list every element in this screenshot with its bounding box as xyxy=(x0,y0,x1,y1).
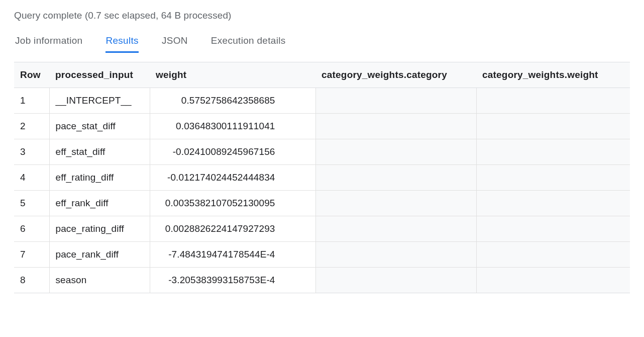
header-category-weight[interactable]: category_weights.weight xyxy=(476,62,630,88)
tab-json[interactable]: JSON xyxy=(162,35,188,53)
cell-category xyxy=(315,268,476,293)
table-row[interactable]: 6pace_rating_diff0.0028826224147927293 xyxy=(14,216,630,242)
cell-category xyxy=(315,88,476,114)
cell-category-weight xyxy=(476,139,630,165)
cell-processed-input: pace_rating_diff xyxy=(49,216,150,242)
cell-processed-input: pace_stat_diff xyxy=(49,114,150,139)
table-header-row: Row processed_input weight category_weig… xyxy=(14,62,630,88)
table-row[interactable]: 7pace_rank_diff-7.484319474178544E-4 xyxy=(14,242,630,268)
cell-weight: -7.484319474178544E-4 xyxy=(150,242,315,268)
cell-category xyxy=(315,242,476,268)
cell-category-weight xyxy=(476,216,630,242)
cell-category xyxy=(315,165,476,191)
cell-processed-input: season xyxy=(49,268,150,293)
cell-category xyxy=(315,216,476,242)
cell-processed-input: eff_rating_diff xyxy=(49,165,150,191)
table-row[interactable]: 2pace_stat_diff0.03648300111911041 xyxy=(14,114,630,139)
cell-weight: -0.02410089245967156 xyxy=(150,139,315,165)
cell-row: 6 xyxy=(14,216,49,242)
query-status: Query complete (0.7 sec elapsed, 64 B pr… xyxy=(14,10,630,21)
header-row[interactable]: Row xyxy=(14,62,49,88)
cell-weight: 0.0028826224147927293 xyxy=(150,216,315,242)
cell-row: 3 xyxy=(14,139,49,165)
cell-weight: 0.5752758642358685 xyxy=(150,88,315,114)
cell-category-weight xyxy=(476,114,630,139)
table-row[interactable]: 3eff_stat_diff-0.02410089245967156 xyxy=(14,139,630,165)
cell-row: 2 xyxy=(14,114,49,139)
cell-weight: -0.012174024452444834 xyxy=(150,165,315,191)
results-table-wrap: Row processed_input weight category_weig… xyxy=(14,62,630,293)
cell-category-weight xyxy=(476,242,630,268)
result-tabs: Job information Results JSON Execution d… xyxy=(14,35,630,53)
table-row[interactable]: 4eff_rating_diff-0.012174024452444834 xyxy=(14,165,630,191)
cell-row: 8 xyxy=(14,268,49,293)
cell-processed-input: eff_stat_diff xyxy=(49,139,150,165)
cell-processed-input: pace_rank_diff xyxy=(49,242,150,268)
cell-category-weight xyxy=(476,191,630,216)
cell-category xyxy=(315,114,476,139)
cell-row: 1 xyxy=(14,88,49,114)
table-body: 1__INTERCEPT__0.57527586423586852pace_st… xyxy=(14,88,630,293)
cell-category xyxy=(315,191,476,216)
cell-processed-input: eff_rank_diff xyxy=(49,191,150,216)
tab-results[interactable]: Results xyxy=(105,35,138,53)
cell-weight: -3.205383993158753E-4 xyxy=(150,268,315,293)
header-category[interactable]: category_weights.category xyxy=(315,62,476,88)
cell-category-weight xyxy=(476,268,630,293)
tab-execution-details[interactable]: Execution details xyxy=(211,35,286,53)
cell-weight: 0.0035382107052130095 xyxy=(150,191,315,216)
cell-category-weight xyxy=(476,165,630,191)
cell-category xyxy=(315,139,476,165)
cell-row: 4 xyxy=(14,165,49,191)
header-weight[interactable]: weight xyxy=(150,62,315,88)
table-row[interactable]: 5eff_rank_diff0.0035382107052130095 xyxy=(14,191,630,216)
cell-weight: 0.03648300111911041 xyxy=(150,114,315,139)
results-table: Row processed_input weight category_weig… xyxy=(14,62,630,293)
header-processed-input[interactable]: processed_input xyxy=(49,62,150,88)
cell-row: 7 xyxy=(14,242,49,268)
cell-processed-input: __INTERCEPT__ xyxy=(49,88,150,114)
table-row[interactable]: 8season-3.205383993158753E-4 xyxy=(14,268,630,293)
cell-row: 5 xyxy=(14,191,49,216)
table-row[interactable]: 1__INTERCEPT__0.5752758642358685 xyxy=(14,88,630,114)
cell-category-weight xyxy=(476,88,630,114)
tab-job-information[interactable]: Job information xyxy=(15,35,82,53)
